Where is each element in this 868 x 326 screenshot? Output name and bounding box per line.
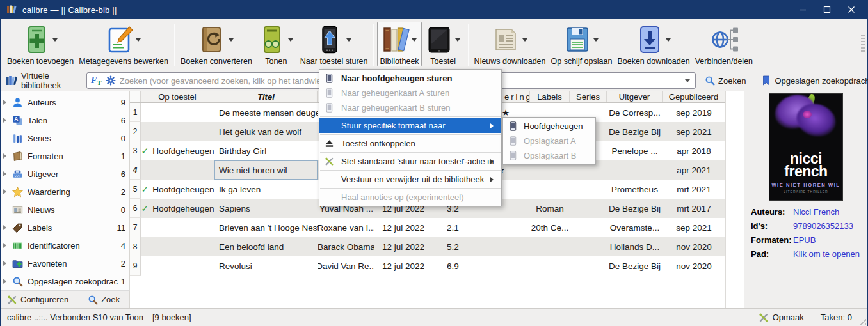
toolbar-view-button[interactable]: Tonen (255, 22, 298, 66)
toolbar-overflow-grip[interactable] (861, 35, 865, 54)
expand-arrow-icon[interactable] (3, 243, 11, 248)
toolbar-device-button[interactable]: Toestel (422, 22, 465, 66)
column-header-series[interactable]: Series (570, 91, 607, 102)
expand-arrow-icon[interactable] (3, 279, 11, 284)
toolbar-library-button[interactable]: Bibliotheek (377, 22, 421, 66)
context-menu-item-toestel-ontkoppelen[interactable]: Toestel ontkoppelen (319, 136, 501, 151)
chevron-down-icon[interactable] (410, 35, 419, 44)
jobs-indicator[interactable]: Taken: 0 (821, 313, 852, 322)
search-icon (705, 75, 715, 86)
virtual-library-button[interactable]: Virtuele bibliotheek (6, 71, 86, 90)
expand-arrow-icon[interactable] (3, 153, 11, 159)
virtual-library-label: Virtuele bibliotheek (21, 71, 86, 90)
cell-uitgever: De Bezige Bij (607, 256, 663, 276)
maximize-button[interactable] (815, 0, 839, 19)
sidebar-item-labels[interactable]: Labels11 (1, 219, 129, 237)
cell-series (570, 218, 607, 237)
cell-labels (530, 237, 570, 256)
toolbar-connect-share-button[interactable]: Verbinden/delen (693, 22, 755, 66)
chevron-down-icon[interactable] (520, 35, 529, 44)
chevron-down-icon[interactable] (51, 35, 60, 44)
chevron-down-icon[interactable] (454, 35, 462, 44)
edit-metadata-icon (105, 25, 134, 54)
expand-arrow-icon[interactable] (3, 189, 11, 194)
chevron-down-icon[interactable] (134, 35, 143, 44)
context-menu-item-stel-standaard-stuur-naar-toestel-actie-in[interactable]: Stel standaard 'stuur naar toestel'-acti… (319, 154, 501, 169)
chevron-down-icon[interactable] (227, 35, 235, 44)
expand-arrow-icon[interactable] (3, 100, 11, 105)
sidebar-item-count: 6 (118, 169, 125, 179)
toolbar-convert-books-button[interactable]: Boeken converteren (178, 22, 255, 66)
column-header-num[interactable] (130, 91, 141, 102)
book-cover[interactable]: niccifrench WIE NIET HOREN WIL LITERAIRE… (769, 94, 842, 200)
submenu-item-hoofdgeheugen[interactable]: Hoofdgeheugen (503, 119, 595, 134)
cover-author-line2: french (769, 165, 842, 178)
gear-icon[interactable] (106, 75, 116, 86)
column-header-labels[interactable]: Labels (530, 91, 570, 102)
favorites-icon (12, 258, 23, 269)
sidebar-item-formaten[interactable]: Formaten1 (1, 147, 129, 165)
rating-icon (12, 187, 23, 198)
fulltext-search-icon[interactable]: FT (91, 75, 102, 86)
sidebar-item-favorieten[interactable]: Favorieten2 (1, 254, 129, 272)
context-menu-item-naar-hoofdgeheugen-sturen[interactable]: Naar hoofdgeheugen sturen (319, 71, 501, 86)
context-menu-item-stuur-specifiek-formaat-naar[interactable]: Stuur specifiek formaat naar (319, 118, 501, 133)
toolbar-send-to-device-button[interactable]: Naar toestel sturen (298, 22, 371, 66)
detail-row-auteurs: Auteurs:Nicci French (751, 206, 867, 218)
cell-on_device (141, 160, 214, 180)
cell-uitgever (607, 160, 663, 180)
context-menu-item-label: Stel standaard 'stuur naar toestel'-acti… (341, 157, 494, 166)
toolbar-news-button[interactable]: Nieuws downloaden (472, 22, 549, 66)
cell-num: 2 (130, 122, 141, 141)
context-menu-item-verstuur-en-verwijder-uit-de-bibliotheek[interactable]: Verstuur en verwijder uit de bibliotheek (319, 172, 501, 187)
saved-search-button[interactable]: Opgeslagen zoekopdracht (761, 75, 868, 86)
layout-button[interactable]: Opmaak (759, 313, 804, 323)
book-row[interactable]: 9RevolusiDavid Van Re...12 jul 20226.9De… (130, 256, 725, 276)
toolbar-edit-metadata-button[interactable]: Metagegevens bewerken (76, 22, 171, 66)
detail-value-link[interactable]: 9789026352133 (792, 221, 853, 232)
detail-value-link[interactable]: EPUB (792, 235, 816, 246)
sidebar-item-label: Formaten (28, 151, 118, 161)
column-header-gepubliceerd[interactable]: Gepubliceerd (663, 91, 725, 102)
sidebar-item-nieuws[interactable]: Nieuws0 (1, 201, 129, 219)
chevron-down-icon[interactable] (344, 35, 353, 44)
series-icon (12, 133, 23, 144)
expand-arrow-icon[interactable] (3, 171, 11, 176)
sidebar-item-uitgever[interactable]: Uitgever6 (1, 165, 129, 183)
column-header-title[interactable]: Titel (214, 91, 318, 102)
chevron-down-icon[interactable] (664, 35, 673, 44)
expand-arrow-icon[interactable] (3, 225, 11, 230)
search-history-dropdown[interactable] (680, 73, 694, 88)
toolbar-news-label: Nieuws downloaden (474, 57, 546, 66)
tag-browser-search-button[interactable]: Zoek (88, 295, 120, 305)
detail-value-link[interactable]: Nicci French (792, 206, 839, 218)
sidebar-item-opgeslagen-zoekopdracht[interactable]: Opgeslagen zoekopdracht1 (1, 272, 129, 290)
toolbar-get-books-button[interactable]: Boeken downloaden (615, 22, 692, 66)
sidebar-item-label: Talen (28, 116, 118, 125)
sidebar-item-identificatoren[interactable]: Identificatoren4 (1, 237, 129, 254)
book-row[interactable]: 8Een beloofd landBarack Obama12 jul 2022… (130, 237, 725, 256)
minimize-button[interactable] (791, 0, 815, 19)
sidebar-item-talen[interactable]: ATalen6 (1, 111, 129, 129)
expand-arrow-icon[interactable] (3, 118, 11, 123)
chevron-down-icon[interactable] (592, 35, 600, 44)
search-button[interactable]: Zoeken (705, 75, 746, 86)
cell-gepubliceerd: sep 2021 (663, 218, 725, 237)
sidebar-item-auteurs[interactable]: Auteurs9 (1, 93, 129, 111)
toolbar-save-to-disk-button[interactable]: Op schijf opslaan (549, 22, 615, 66)
column-header-uitgever[interactable]: Uitgever (607, 91, 663, 102)
detail-value-link[interactable]: Klik om te openen (792, 249, 860, 260)
sidebar-item-waardering[interactable]: Waardering2 (1, 183, 129, 201)
tag-browser-footer: Configureren Zoek (1, 290, 130, 308)
column-header-on_device[interactable]: Op toestel (141, 91, 214, 102)
cell-grootte: 6.9 (432, 256, 474, 276)
toolbar: Boeken toevoegenMetagegevens bewerkenBoe… (1, 19, 867, 70)
toolbar-add-books-label: Boeken toevoegen (7, 57, 74, 66)
sidebar-item-series[interactable]: Series0 (1, 129, 129, 147)
configure-button[interactable]: Configureren (7, 295, 68, 305)
toolbar-add-books-button[interactable]: Boeken toevoegen (4, 22, 76, 66)
expand-arrow-icon[interactable] (3, 261, 11, 266)
chevron-down-icon[interactable] (287, 35, 295, 44)
book-row[interactable]: 7Brieven aan 't Hooge NestRoxane van I..… (130, 218, 725, 237)
close-button[interactable] (839, 0, 864, 19)
